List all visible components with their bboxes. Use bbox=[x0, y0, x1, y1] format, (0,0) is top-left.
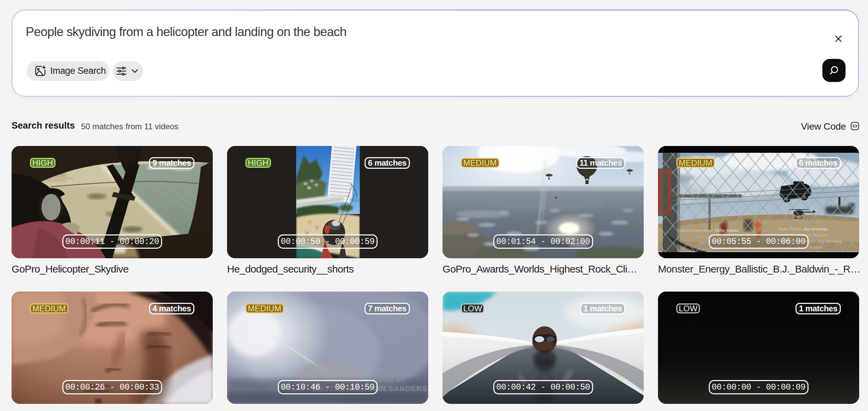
svg-text:Audio Techs: Jay Verkamp: Audio Techs: Jay Verkamp bbox=[778, 227, 827, 231]
svg-text:Camera Operators: Chris Adams: Camera Operators: Chris Adams bbox=[678, 228, 739, 232]
